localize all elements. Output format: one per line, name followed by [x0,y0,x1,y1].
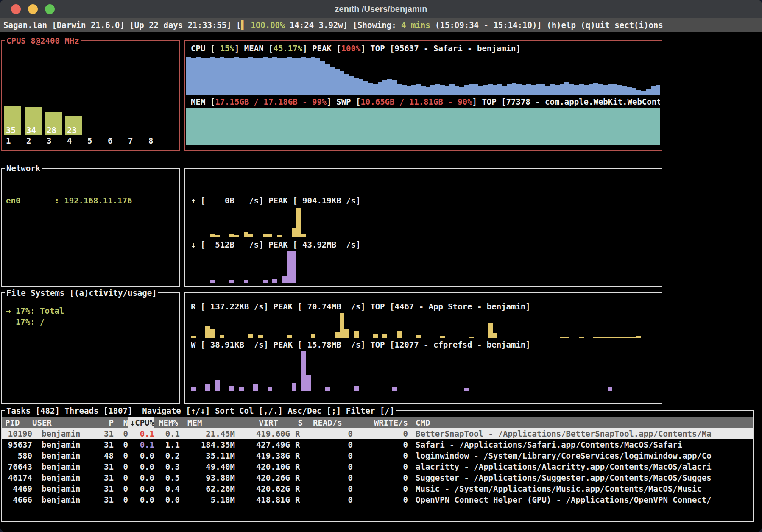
cell-pid: 46174 [5,472,32,483]
chart-slice [224,108,229,145]
chart-slice [378,82,382,95]
chart-slice [392,108,397,145]
table-row[interactable]: 4666benjamin3100.00.05.18M418.81GR00Open… [2,494,753,505]
cell-read: 0 [303,439,353,450]
chart-slice [641,91,646,95]
text-segment: ] MEAN [ [234,44,274,53]
cell-cmd: Suggester - /Applications/Suggester.app/… [408,472,753,483]
chart-slice [608,84,612,95]
chart-slice [344,74,349,95]
chart-slice [349,108,354,145]
chart-slice [636,108,641,145]
table-row[interactable]: 4469benjamin3100.00.462.26M420.62GR00Mus… [2,483,753,494]
cell-cmd: alacritty - /Applications/Alacritty.app/… [408,461,753,472]
chart-slice [234,108,239,145]
chart-slice [402,108,406,145]
column-header-writes[interactable]: WRITE/s [353,417,408,428]
chart-slice [502,108,507,145]
chart-slice [564,108,569,145]
text-segment: 10.65GB / 11.81GB - 90% [360,97,472,106]
cell-pid: 76643 [5,461,32,472]
cpu-core-bars: 3513422832345678 [2,41,179,150]
chart-slice [373,334,378,338]
chart-slice [244,58,248,95]
chart-slice [306,58,310,95]
chart-slice [636,90,641,95]
chart-slice [220,335,224,338]
cell-mem_pct: 1.1 [154,439,180,450]
column-header-mem[interactable]: MEM% [154,417,180,428]
chart-slice [455,108,459,145]
cell-n: 0 [114,483,128,494]
text-segment: 100.00% [246,20,285,30]
chart-slice [608,337,612,338]
chart-slice [603,108,608,145]
cell-pid: 95637 [5,439,32,450]
cell-cpu: 0.0 [128,472,154,483]
chart-slice [277,235,282,237]
cell-read: 0 [303,461,353,472]
chart-slice [215,235,220,237]
cell-user: benjamin [32,450,96,461]
chart-slice [612,108,617,145]
chart-slice [440,336,445,338]
column-header-pid[interactable]: PID [5,417,32,428]
titlebar[interactable]: zenith /Users/benjamin [0,0,762,18]
table-row[interactable]: 10190benjamin3100.10.121.45M419.60GR00Be… [2,428,753,439]
cpu-core-value: 23 [67,125,77,135]
column-header-reads[interactable]: READ/s [303,417,353,428]
column-header-n[interactable]: N [114,417,128,428]
network-interface[interactable]: en0 : 192.168.11.176 [6,195,177,206]
text-segment: ] PEAK [ [302,44,341,53]
column-header-cpu[interactable]: ↓CPU% [128,417,154,428]
chart-slice [478,86,483,95]
chart-slice [234,235,239,237]
cell-mem: 35.11M [180,450,235,461]
column-header-mem[interactable]: MEM [180,417,235,428]
cell-cmd: Safari - /Applications/Safari.app/Conten… [408,439,753,450]
chart-slice [449,84,454,95]
column-header-s[interactable]: S [290,417,303,428]
cell-s: R [290,461,303,472]
column-header-user[interactable]: USER [32,417,96,428]
chart-slice [536,84,541,96]
chart-slice [651,86,656,95]
chart-slice [301,234,306,237]
network-panel: Network en0 : 192.168.11.176 [1,168,180,287]
filesystem-entry-total[interactable]: → 17%: Total [6,305,177,316]
table-row[interactable]: 76643benjamin3100.00.349.40M420.10GR00al… [2,461,753,472]
cell-user: benjamin [32,494,96,505]
table-row[interactable]: 580benjamin4800.00.235.11M419.38GR00logi… [2,450,753,461]
chart-slice [301,108,306,145]
chart-slice [478,108,483,145]
table-row[interactable]: 95637benjamin3100.11.1184.35M427.49GR00S… [2,439,753,450]
chart-slice [282,276,287,283]
chart-slice [378,108,382,145]
column-header-p[interactable]: P [96,417,114,428]
cell-write: 0 [353,450,408,461]
chart-slice [464,85,469,95]
chart-slice [210,57,215,95]
status-bar: Sagan.lan [Darwin 21.6.0] [Up 22 days 21… [0,18,762,32]
chart-slice [555,108,560,145]
chart-slice [311,108,315,145]
chart-slice [435,108,440,145]
cell-n: 0 [114,428,128,439]
chart-slice [244,232,248,237]
chart-slice [497,108,502,145]
chart-slice [516,84,521,95]
cell-mem_pct: 0.3 [154,461,180,472]
chart-slice [296,108,301,145]
chart-slice [239,108,243,145]
table-row[interactable]: 46174benjamin3100.00.593.88M420.26GR00Su… [2,472,753,483]
cell-s: R [290,483,303,494]
chart-slice [306,108,310,145]
cell-mem_pct: 0.4 [154,483,180,494]
chart-slice [493,333,497,338]
column-header-virt[interactable]: VIRT [235,417,290,428]
chart-slice [627,337,631,338]
chart-slice [493,85,497,95]
filesystem-entry-root[interactable]: 17%: / [6,316,177,327]
column-header-cmd[interactable]: CMD [408,417,753,428]
chart-slice [593,108,598,145]
